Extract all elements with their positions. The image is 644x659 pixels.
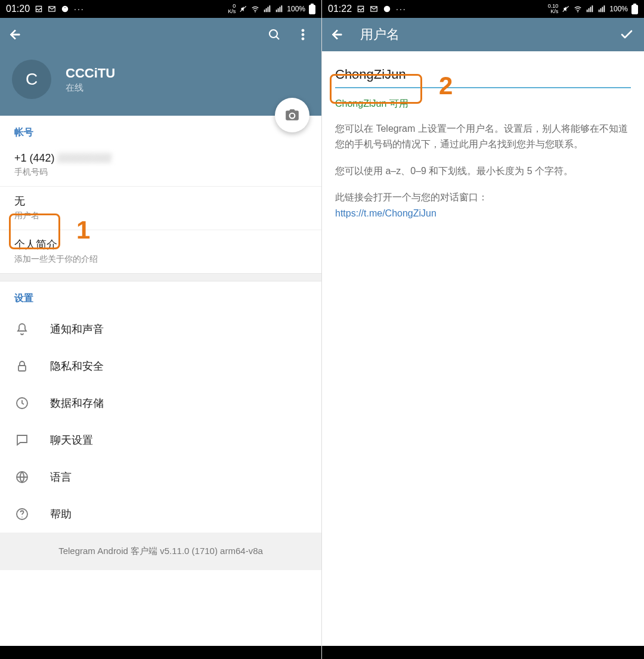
svg-rect-4 bbox=[264, 10, 265, 12]
svg-rect-8 bbox=[276, 10, 277, 12]
phone-value: +1 (442) 222222222 bbox=[14, 152, 307, 165]
svg-point-12 bbox=[270, 30, 277, 38]
net-speed: 0.10K/s bbox=[548, 4, 559, 14]
svg-rect-10 bbox=[280, 7, 281, 13]
settings-item-label: 通知和声音 bbox=[50, 322, 104, 336]
mail-icon bbox=[48, 5, 56, 13]
phone-label: 手机号码 bbox=[14, 167, 307, 178]
svg-rect-27 bbox=[592, 5, 593, 12]
settings-item-label: 聊天设置 bbox=[50, 433, 93, 447]
net-speed: 0K/s bbox=[228, 4, 236, 14]
svg-rect-24 bbox=[587, 10, 588, 12]
back-button[interactable] bbox=[7, 27, 23, 42]
profile-block: C CCCiTU 在线 bbox=[0, 51, 321, 116]
settings-help[interactable]: 帮助 bbox=[0, 496, 321, 533]
status-clock: 01:20 bbox=[6, 4, 30, 14]
battery-icon bbox=[631, 4, 638, 14]
settings-language[interactable]: 语言 bbox=[0, 459, 321, 496]
bio-value: 个人简介 bbox=[14, 237, 307, 252]
chat-icon bbox=[383, 5, 391, 13]
username-desc-1: 您可以在 Telegram 上设置一个用户名。设置后，别人将能够在不知道您的手机… bbox=[335, 121, 631, 153]
signal-4g-icon bbox=[586, 5, 594, 13]
profile-name: CCCiTU bbox=[66, 66, 115, 81]
svg-rect-28 bbox=[599, 10, 600, 12]
avatar[interactable]: C bbox=[12, 60, 51, 99]
confirm-button[interactable] bbox=[619, 27, 634, 42]
username-desc-3: 此链接会打开一个与您的对话窗口： bbox=[335, 190, 631, 205]
svg-point-15 bbox=[302, 38, 304, 40]
username-input[interactable] bbox=[335, 67, 631, 82]
wifi-icon bbox=[251, 5, 259, 13]
svg-rect-29 bbox=[600, 8, 602, 12]
screen-username: 01:22 ··· 0.10K/s 100% 用户名 bbox=[322, 0, 644, 659]
username-value: 无 bbox=[14, 194, 307, 208]
clock-icon bbox=[14, 395, 30, 411]
svg-rect-5 bbox=[266, 8, 267, 12]
battery-icon bbox=[309, 4, 315, 14]
bio-label: 添加一些关于你的介绍 bbox=[14, 254, 307, 265]
camera-button[interactable] bbox=[275, 98, 309, 132]
settings-item-label: 语言 bbox=[50, 470, 72, 484]
username-card: ChongZiJun 可用 您可以在 Telegram 上设置一个用户名。设置后… bbox=[322, 51, 644, 231]
battery-percent: 100% bbox=[609, 5, 628, 13]
version-footer: Telegram Android 客户端 v5.11.0 (1710) arm6… bbox=[0, 533, 321, 570]
screen-settings: 01:20 " ··· 0K/s 100% bbox=[0, 0, 322, 659]
signal-4g-icon-2 bbox=[597, 5, 606, 13]
image-icon bbox=[357, 5, 365, 13]
lock-icon bbox=[14, 358, 30, 374]
help-icon bbox=[14, 506, 30, 522]
image-icon bbox=[35, 5, 43, 13]
username-link[interactable]: https://t.me/ChongZiJun bbox=[335, 208, 631, 219]
svg-rect-31 bbox=[604, 5, 605, 12]
mail-icon bbox=[370, 5, 378, 13]
divider bbox=[0, 273, 321, 281]
username-available: ChongZiJun 可用 bbox=[335, 98, 631, 110]
settings-privacy[interactable]: 隐私和安全 bbox=[0, 348, 321, 385]
android-navbar bbox=[322, 646, 644, 659]
svg-point-22 bbox=[384, 6, 391, 13]
chat-icon: " bbox=[61, 5, 69, 13]
more-icon: ··· bbox=[74, 4, 85, 14]
settings-item-label: 隐私和安全 bbox=[50, 359, 104, 373]
profile-status: 在线 bbox=[66, 82, 115, 94]
phone-row[interactable]: +1 (442) 222222222 手机号码 bbox=[0, 145, 321, 187]
svg-point-14 bbox=[302, 33, 304, 36]
globe-icon bbox=[14, 469, 30, 485]
status-bar: 01:22 ··· 0.10K/s 100% bbox=[322, 0, 644, 18]
search-icon[interactable] bbox=[267, 27, 282, 42]
page-title: 用户名 bbox=[360, 26, 400, 44]
section-settings: 设置 bbox=[0, 281, 321, 311]
chat-bubble-icon bbox=[14, 432, 30, 448]
svg-rect-25 bbox=[589, 8, 590, 12]
svg-rect-6 bbox=[268, 7, 269, 13]
svg-point-23 bbox=[577, 11, 578, 13]
username-label: 用户名 bbox=[14, 211, 307, 221]
username-row[interactable]: 无 用户名 bbox=[0, 187, 321, 230]
username-desc-2: 您可以使用 a–z、0–9 和下划线。最小长度为 5 个字符。 bbox=[335, 163, 631, 179]
svg-point-3 bbox=[255, 11, 256, 13]
bio-row[interactable]: 个人简介 添加一些关于你的介绍 bbox=[0, 230, 321, 273]
battery-percent: 100% bbox=[287, 5, 305, 13]
bell-icon bbox=[14, 321, 30, 337]
settings-chat[interactable]: 聊天设置 bbox=[0, 422, 321, 459]
svg-point-13 bbox=[302, 29, 304, 32]
settings-notifications[interactable]: 通知和声音 bbox=[0, 311, 321, 348]
back-button[interactable] bbox=[329, 27, 345, 42]
more-menu-icon[interactable] bbox=[295, 27, 311, 42]
section-account: 帐号 bbox=[0, 116, 321, 145]
svg-rect-16 bbox=[18, 366, 26, 371]
svg-rect-30 bbox=[602, 7, 603, 13]
status-bar: 01:20 " ··· 0K/s 100% bbox=[0, 0, 321, 18]
svg-rect-7 bbox=[270, 5, 271, 12]
header: C CCCiTU 在线 bbox=[0, 18, 321, 116]
mute-icon bbox=[562, 5, 570, 13]
username-input-wrap bbox=[335, 63, 631, 88]
content: 帐号 +1 (442) 222222222 手机号码 无 用户名 个人简介 添加… bbox=[0, 116, 321, 659]
more-icon: ··· bbox=[396, 4, 407, 14]
svg-point-20 bbox=[21, 516, 23, 518]
header: 用户名 bbox=[322, 18, 644, 51]
android-navbar bbox=[0, 646, 321, 659]
settings-data[interactable]: 数据和存储 bbox=[0, 385, 321, 422]
wifi-icon bbox=[574, 5, 582, 13]
mute-icon bbox=[239, 5, 247, 13]
